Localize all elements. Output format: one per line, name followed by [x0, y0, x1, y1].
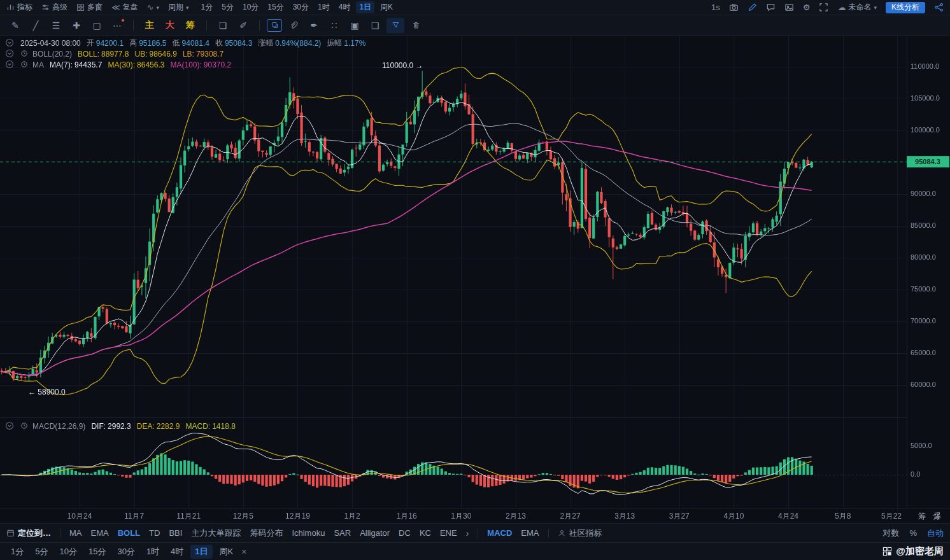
- bottom-timeframe-30分[interactable]: 30分: [113, 545, 139, 559]
- indicators-menu[interactable]: 指标: [6, 2, 32, 13]
- layout-name-dropdown[interactable]: ☁ 未命名 ▾: [837, 2, 877, 13]
- trendline-icon[interactable]: ╱: [27, 18, 45, 33]
- boll-mid-value: 88977.8: [101, 50, 129, 59]
- bottom-timeframe-5分[interactable]: 5分: [31, 545, 52, 559]
- cloud-icon: ☁: [837, 3, 846, 11]
- calendar-icon: [6, 529, 15, 537]
- low-label: 低: [173, 38, 180, 48]
- indicator-MA[interactable]: MA: [69, 528, 82, 538]
- open-value: 94200.1: [96, 39, 124, 48]
- indicator-EMA[interactable]: EMA: [91, 528, 109, 538]
- bottom-timeframe-15分[interactable]: 15分: [84, 545, 110, 559]
- big-order-label[interactable]: 大: [161, 18, 179, 33]
- close-tab-icon[interactable]: ×: [241, 547, 246, 557]
- image-icon[interactable]: [784, 3, 794, 12]
- timeframe-1时[interactable]: 1时: [315, 1, 333, 13]
- note-icon[interactable]: ❏: [214, 18, 232, 33]
- timeframe-10分[interactable]: 10分: [239, 1, 262, 13]
- drawing-toolbar: ✎╱☰✚▢⋯主大筹❏✐✒∷▣❑: [0, 15, 950, 36]
- bottom-timeframe-4时[interactable]: 4时: [166, 545, 188, 559]
- kline-analysis-button[interactable]: K线分析: [886, 2, 925, 13]
- bottom-timeframe-1时[interactable]: 1时: [142, 545, 164, 559]
- more-indicators-icon[interactable]: ›: [466, 528, 469, 538]
- speed-label[interactable]: 1s: [711, 3, 720, 12]
- timeframe-周K[interactable]: 周K: [377, 1, 396, 13]
- compare-icon[interactable]: [766, 3, 776, 12]
- trading-app: 指标高级多窗≪复盘∿▾周期▾1分5分10分15分30分1时4时1日周K 1s ⚙…: [0, 0, 950, 560]
- sticky-icon[interactable]: ❑: [366, 18, 384, 33]
- high-label: 高: [129, 38, 137, 48]
- scale-controls: 对数 % 自动: [883, 528, 944, 539]
- box-icon[interactable]: ▣: [346, 18, 364, 33]
- alarm-icon[interactable]: [20, 60, 29, 69]
- indicator-KC[interactable]: KC: [420, 528, 431, 538]
- indicator-BBI[interactable]: BBI: [169, 528, 182, 538]
- community-indicators-button[interactable]: 社区指标: [558, 528, 602, 539]
- camera-icon[interactable]: [729, 3, 739, 12]
- brush-icon[interactable]: ✐: [234, 18, 252, 33]
- share-icon[interactable]: [934, 3, 944, 12]
- main-chart-label[interactable]: 主: [141, 18, 159, 33]
- log-scale-button[interactable]: 对数: [883, 528, 899, 539]
- close-label: 收: [215, 38, 223, 48]
- indicator-Ichimoku[interactable]: Ichimoku: [292, 528, 325, 538]
- wave-tool[interactable]: ∿▾: [147, 3, 159, 11]
- indicator-Alligator[interactable]: Alligator: [360, 528, 390, 538]
- hlines-icon[interactable]: ☰: [47, 18, 65, 33]
- timeframe-1日[interactable]: 1日: [356, 1, 374, 13]
- bottom-timeframe-1分[interactable]: 1分: [6, 545, 28, 559]
- fullscreen-icon[interactable]: [819, 3, 828, 12]
- beads-icon[interactable]: ∷: [325, 18, 343, 33]
- paperclip-icon[interactable]: [285, 18, 302, 33]
- indicator-SAR[interactable]: SAR: [334, 528, 351, 538]
- boll-lb-value: 79308.7: [196, 50, 223, 59]
- rect-icon[interactable]: ▢: [88, 18, 106, 33]
- percent-scale-button[interactable]: %: [909, 528, 917, 538]
- indicator-BOLL[interactable]: BOLL: [118, 528, 140, 538]
- edit-icon[interactable]: [748, 3, 757, 12]
- alarm-icon[interactable]: [20, 50, 29, 58]
- settings-icon[interactable]: ⚙: [803, 3, 811, 12]
- advanced-menu[interactable]: 高级: [41, 2, 67, 13]
- ma30-label: MA(30):: [108, 60, 135, 69]
- locate-button[interactable]: 定位到…: [6, 528, 51, 539]
- copy-icon[interactable]: [267, 19, 282, 32]
- alarm-icon[interactable]: [20, 422, 29, 430]
- indicator-TD[interactable]: TD: [149, 528, 160, 538]
- replay-menu[interactable]: ≪复盘: [111, 2, 138, 13]
- bottom-timeframe-周K[interactable]: 周K: [215, 545, 238, 559]
- more-icon[interactable]: ⋯: [108, 18, 126, 33]
- pencil-icon[interactable]: ✎: [6, 18, 24, 33]
- bottom-timeframe-10分[interactable]: 10分: [55, 545, 81, 559]
- bottom-timeframe-1日[interactable]: 1日: [190, 545, 212, 559]
- indicator-主力大单跟踪[interactable]: 主力大单跟踪: [191, 528, 241, 539]
- indicator-ENE[interactable]: ENE: [440, 528, 457, 538]
- auto-scale-button[interactable]: 自动: [927, 528, 944, 539]
- candle-datetime: 2025-04-30 08:00: [20, 39, 81, 48]
- timeframe-30分[interactable]: 30分: [290, 1, 312, 13]
- collapse-icon[interactable]: [5, 38, 15, 48]
- sub-indicator-EMA[interactable]: EMA: [521, 528, 539, 538]
- indicator-筹码分布[interactable]: 筹码分布: [250, 528, 283, 539]
- multi-window-menu[interactable]: 多窗: [76, 2, 103, 13]
- ma7-value: 94435.7: [74, 60, 102, 69]
- sub-indicator-MACD[interactable]: MACD: [487, 528, 512, 538]
- ma100-field: MA(100):90370.2: [170, 60, 231, 69]
- cross-icon[interactable]: ✚: [67, 18, 85, 33]
- collapse-icon[interactable]: [5, 421, 15, 431]
- top-toolbar-right: 1s ⚙ ☁ 未命名 ▾ K线分析: [711, 2, 944, 13]
- timeframe-1分[interactable]: 1分: [198, 1, 216, 13]
- trash-icon[interactable]: [407, 18, 425, 33]
- period-menu[interactable]: 周期▾: [168, 2, 189, 13]
- timeframe-5分[interactable]: 5分: [218, 1, 237, 13]
- filter-icon[interactable]: [386, 18, 404, 33]
- timeframe-4时[interactable]: 4时: [336, 1, 354, 13]
- indicator-DC[interactable]: DC: [399, 528, 411, 538]
- timeframe-15分[interactable]: 15分: [264, 1, 287, 13]
- top-toolbar: 指标高级多窗≪复盘∿▾周期▾1分5分10分15分30分1时4时1日周K 1s ⚙…: [0, 0, 950, 15]
- pen-icon[interactable]: ✒: [305, 18, 323, 33]
- main-chart-canvas[interactable]: [0, 36, 950, 523]
- collapse-icon[interactable]: [5, 60, 15, 69]
- collapse-icon[interactable]: [5, 49, 15, 59]
- chip-label[interactable]: 筹: [181, 18, 199, 33]
